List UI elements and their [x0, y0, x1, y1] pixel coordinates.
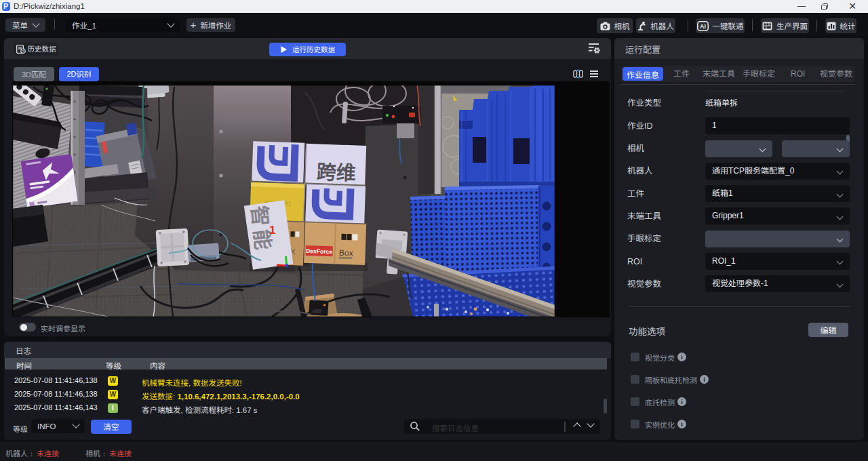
svg-text:AI: AI [700, 23, 706, 30]
svg-text:Box: Box [339, 248, 353, 258]
svg-text:1: 1 [269, 224, 275, 237]
svg-text:跨维: 跨维 [316, 155, 356, 185]
svg-text:DexForce: DexForce [306, 247, 332, 255]
